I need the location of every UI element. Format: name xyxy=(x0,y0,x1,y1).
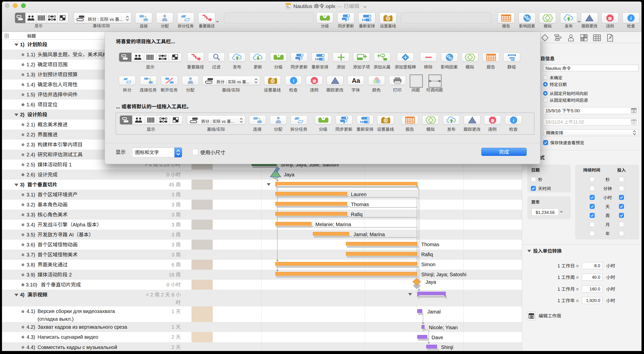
svg-text:Aa: Aa xyxy=(352,77,360,84)
svg-text:i: i xyxy=(293,78,294,83)
svg-text:i: i xyxy=(513,118,514,123)
